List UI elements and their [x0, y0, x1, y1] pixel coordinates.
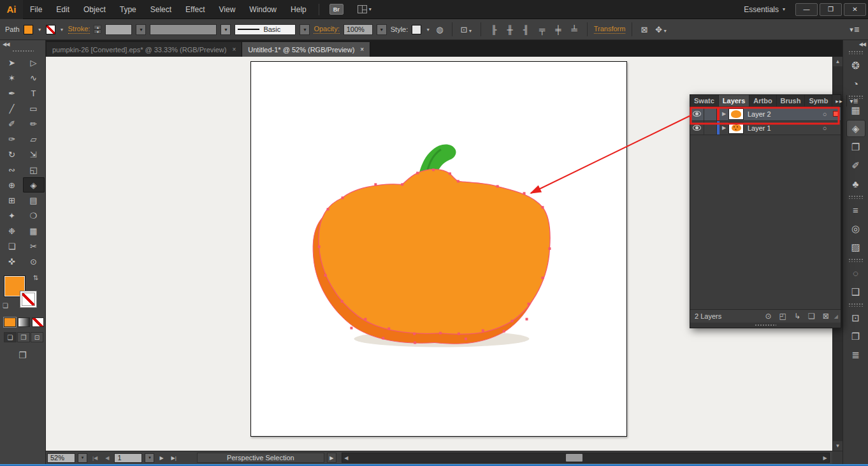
zoom-level-dropdown[interactable]: ▼ [78, 453, 87, 463]
stroke-swatch[interactable] [20, 291, 37, 308]
arrange-documents-button[interactable]: ▾ [358, 5, 372, 13]
menu-view[interactable]: View [212, 0, 243, 19]
panel-tab-swatches[interactable]: Swatc [690, 95, 719, 106]
artboard-tool[interactable]: ❏ [1, 238, 23, 254]
lasso-tool[interactable]: ∿ [23, 70, 45, 85]
artboard-number-dropdown[interactable]: ▼ [145, 453, 154, 463]
lock-toggle[interactable] [704, 121, 717, 135]
layer-row-layer-2[interactable]: ▶ Layer 2 ○ [690, 107, 841, 121]
perspective-selection-tool[interactable]: ◈ [23, 177, 45, 193]
rotate-tool[interactable]: ↻ [1, 147, 23, 162]
transparency-panel-icon[interactable]: ◎ [846, 220, 865, 237]
type-tool[interactable]: T [23, 85, 45, 101]
change-screen-mode-button[interactable]: ❐ [18, 350, 27, 360]
scroll-up-icon[interactable]: ▲ [833, 57, 843, 66]
stroke-weight-label[interactable]: Stroke: [68, 25, 90, 34]
selection-tool[interactable]: ➤ [1, 55, 23, 70]
transform-link[interactable]: Transform [594, 25, 626, 34]
gradient-panel-icon[interactable]: ▨ [846, 238, 865, 256]
blend-tool[interactable]: ❍ [23, 208, 45, 223]
pathfinder-panel-icon[interactable]: ❒ [846, 328, 865, 345]
close-icon[interactable]: × [232, 46, 236, 53]
scroll-left-icon[interactable]: ◀ [342, 453, 351, 462]
bridge-button[interactable]: Br [329, 4, 344, 15]
zoom-level-field[interactable]: 52% [47, 453, 75, 463]
panel-tab-overflow-icon[interactable]: ▶▶ [832, 95, 846, 106]
draw-inside-button[interactable]: ⊡ [31, 332, 43, 342]
layers-panel-menu-icon[interactable]: ▾≣ [847, 95, 862, 106]
previous-artboard-button[interactable]: ◀ [103, 455, 112, 461]
align-horizontal-right-icon[interactable]: ╢ [520, 25, 532, 34]
layer-row-layer-1[interactable]: ▶ Layer 1 ○ [690, 121, 841, 135]
collapse-tools-icon[interactable]: ◀◀ [0, 40, 45, 48]
first-artboard-button[interactable]: |◀ [90, 455, 100, 461]
shape-builder-tool[interactable]: ⊕ [1, 177, 23, 193]
graphic-styles-panel-icon[interactable]: ❑ [846, 283, 865, 300]
close-button[interactable]: ✕ [844, 3, 866, 16]
pumpkin-artwork[interactable] [251, 62, 626, 436]
direct-selection-tool[interactable]: ▷ [23, 55, 45, 70]
opacity-label[interactable]: Opacity: [314, 25, 339, 34]
lock-toggle[interactable] [704, 107, 717, 120]
default-fill-stroke-icon[interactable]: ❏ [3, 302, 8, 309]
pen-tool[interactable]: ✒ [1, 85, 23, 101]
menu-object[interactable]: Object [76, 0, 113, 19]
artboards-panel-icon[interactable]: ❐ [846, 138, 865, 156]
pencil-tool[interactable]: ✏ [23, 116, 45, 131]
appearance-panel-icon[interactable]: ◌ [846, 265, 865, 282]
restore-button[interactable]: ❐ [820, 3, 842, 16]
opacity-dropdown[interactable]: ▼ [377, 24, 387, 35]
align-vertical-center-icon[interactable]: ╪ [552, 25, 564, 34]
layer-thumbnail[interactable] [728, 108, 744, 120]
layer-thumbnail[interactable] [728, 122, 744, 134]
horizontal-scrollbar-thumb[interactable] [566, 454, 582, 462]
draw-behind-button[interactable]: ❐ [17, 332, 30, 342]
color-panel-icon[interactable]: ❂ [846, 57, 865, 74]
dock-drag-handle[interactable] [848, 195, 864, 199]
menu-edit[interactable]: Edit [49, 0, 76, 19]
fill-color-swatch[interactable] [24, 25, 33, 34]
panel-tab-brushes[interactable]: Brush [777, 95, 806, 106]
symbol-sprayer-tool[interactable]: ❉ [1, 223, 23, 238]
dock-drag-handle[interactable] [848, 50, 864, 54]
align-to-selection-icon[interactable]: ⊡▼ [459, 25, 475, 34]
slice-tool[interactable]: ✂ [23, 238, 45, 254]
stroke-weight-stepper[interactable]: ▲▼ [94, 25, 101, 34]
menu-type[interactable]: Type [113, 0, 143, 19]
workspace-switcher[interactable]: Essentials ▾ [744, 5, 785, 14]
magic-wand-tool[interactable]: ✶ [1, 70, 23, 85]
visibility-toggle[interactable] [690, 121, 704, 135]
minimize-button[interactable]: — [795, 3, 818, 16]
zoom-tool[interactable]: ⊙ [23, 254, 45, 269]
scale-tool[interactable]: ⇲ [23, 147, 45, 162]
layers-panel-icon[interactable]: ◈ [846, 120, 865, 137]
transform-panel-icon[interactable]: ⊡ [846, 309, 865, 326]
graphic-style-swatch[interactable] [412, 25, 421, 34]
symbols-panel-icon[interactable]: ♣ [846, 175, 865, 193]
column-graph-tool[interactable]: ▦ [23, 223, 45, 238]
status-menu-icon[interactable]: ▶ [327, 453, 336, 463]
expand-layer-icon[interactable]: ▶ [720, 125, 728, 131]
color-button[interactable] [4, 317, 16, 327]
variable-width-profile-dropdown[interactable]: ▼ [221, 24, 231, 35]
panel-drag-handle[interactable] [690, 323, 841, 328]
next-artboard-button[interactable]: ▶ [157, 455, 166, 461]
align-horizontal-left-icon[interactable]: ╟ [488, 25, 500, 34]
scroll-down-icon[interactable]: ▼ [833, 441, 843, 451]
artboard-number-field[interactable]: 1 [114, 453, 142, 463]
panel-tab-symbols[interactable]: Symb [805, 95, 832, 106]
layer-name[interactable]: Layer 2 [748, 110, 819, 118]
dock-drag-handle[interactable] [848, 258, 864, 262]
free-transform-tool[interactable]: ◱ [23, 162, 45, 177]
visibility-toggle[interactable] [690, 107, 704, 120]
line-segment-tool[interactable]: ╱ [1, 101, 23, 116]
stroke-weight-field[interactable] [105, 24, 132, 35]
horizontal-scrollbar[interactable]: ◀ ▶ [342, 453, 830, 463]
tab-pumpkin-document[interactable]: pumpkin-26 [Converted].eps* @ 33.33% (RG… [47, 42, 242, 57]
blob-brush-tool[interactable]: ✑ [1, 131, 23, 147]
brushes-panel-icon[interactable]: ✐ [846, 157, 865, 174]
none-button[interactable] [32, 317, 44, 327]
menu-select[interactable]: Select [143, 0, 178, 19]
align-vertical-top-icon[interactable]: ╤ [536, 25, 548, 34]
swap-fill-stroke-icon[interactable]: ⇄ [33, 275, 40, 280]
